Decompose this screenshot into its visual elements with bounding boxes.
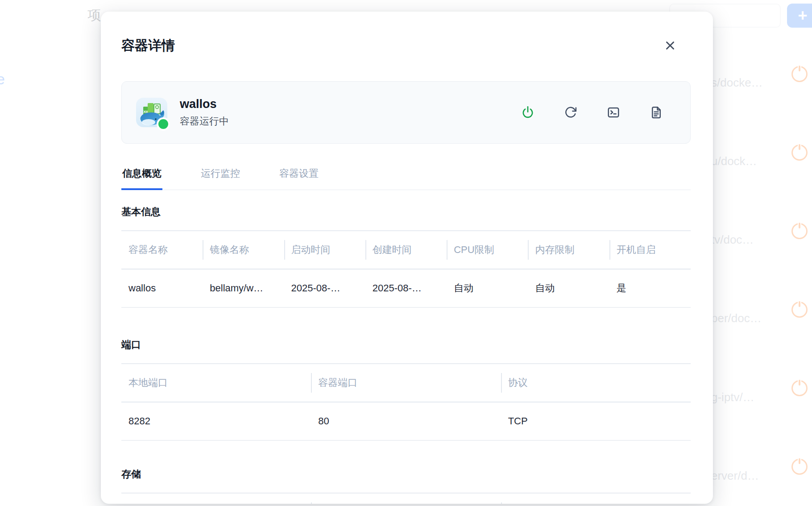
modal-title: 容器详情 [121,37,175,54]
section-storage: 存储 本地路径 挂载路径 权限 [121,468,691,504]
column-header: CPU限制 [447,231,528,269]
cell-create-time: 2025-08-… [365,270,447,307]
restart-button[interactable] [562,104,580,121]
column-header: 容器端口 [311,364,501,402]
column-header: 内存限制 [528,231,609,269]
close-icon [664,40,676,51]
terminal-icon [607,106,620,119]
logs-button[interactable] [647,104,665,121]
column-header: 镜像名称 [203,231,284,269]
column-header: 本地端口 [121,364,311,402]
restart-icon [564,106,577,119]
column-header: 本地路径 [121,494,311,504]
cell-start-time: 2025-08-… [284,270,365,307]
storage-table-header: 本地路径 挂载路径 权限 [121,494,691,504]
basic-table-row: wallos bellamy/w… 2025-08-… 2025-08-… 自动… [121,270,691,308]
tab-settings[interactable]: 容器设置 [278,162,319,190]
cell-local-port: 8282 [121,402,311,440]
section-ports: 端口 本地端口 容器端口 协议 8282 80 TCP [121,338,691,441]
container-status-text: 容器运行中 [180,115,229,128]
cell-memory-limit: 自动 [528,270,609,307]
modal-header: 容器详情 [121,37,691,54]
power-icon [521,105,535,120]
section-title-ports: 端口 [121,338,691,352]
close-button[interactable] [662,37,678,54]
cell-image-name: bellamy/w… [203,270,284,307]
running-status-dot [157,117,170,131]
section-title-storage: 存储 [121,468,691,481]
column-header: 权限 [501,494,691,504]
document-icon [650,106,663,119]
ports-table-header: 本地端口 容器端口 协议 [121,364,691,402]
column-header: 协议 [501,364,691,402]
ports-table-row: 8282 80 TCP [121,402,691,441]
tab-monitoring[interactable]: 运行监控 [200,162,241,190]
cell-protocol: TCP [501,402,691,440]
container-actions [519,104,665,121]
power-button[interactable] [519,104,537,121]
column-header: 容器名称 [121,231,203,269]
container-identity: wallos 容器运行中 [180,97,229,128]
detail-tabs: 信息概览 运行监控 容器设置 [121,162,691,190]
section-basic-info: 基本信息 容器名称 镜像名称 启动时间 创建时间 CPU限制 内存限制 开机自启… [121,205,691,308]
column-header: 开机自启 [609,231,691,269]
terminal-button[interactable] [605,104,622,121]
section-title-basic: 基本信息 [121,205,691,219]
cell-autostart: 是 [609,270,691,307]
container-app-icon: XII [135,96,168,129]
tab-info-overview[interactable]: 信息概览 [121,162,162,190]
column-header: 启动时间 [284,231,365,269]
column-header: 创建时间 [365,231,447,269]
column-header: 挂载路径 [311,494,501,504]
container-summary-card: XII wallos 容器运行中 [121,81,691,144]
container-name: wallos [180,97,229,111]
cell-container-name: wallos [121,270,203,307]
basic-table-header: 容器名称 镜像名称 启动时间 创建时间 CPU限制 内存限制 开机自启 [121,231,691,270]
cell-cpu-limit: 自动 [447,270,528,307]
cell-container-port: 80 [311,402,501,440]
container-detail-modal: 容器详情 XI [101,12,713,504]
